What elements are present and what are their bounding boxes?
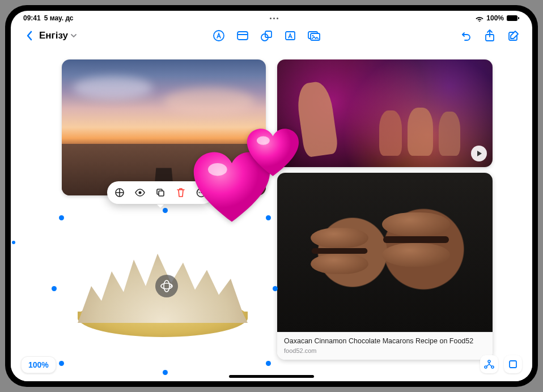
home-indicator[interactable] — [229, 375, 314, 378]
selection-handle[interactable] — [163, 208, 168, 213]
svg-rect-27 — [510, 361, 516, 368]
top-toolbar: Енгізу — [11, 23, 532, 48]
svg-point-24 — [488, 360, 490, 363]
play-icon[interactable] — [471, 146, 487, 161]
crop-icon[interactable] — [112, 185, 128, 201]
link-card-title: Oaxacan Cinnamon Chocolate Macarons Reci… — [284, 337, 486, 346]
svg-rect-3 — [237, 32, 248, 40]
insert-shape-icon[interactable] — [257, 27, 276, 45]
bottom-right-tools — [480, 355, 522, 373]
video-party[interactable] — [277, 59, 493, 167]
page-icon[interactable] — [504, 355, 522, 373]
status-bar: 09:41 5 мау. дс 100% — [11, 11, 532, 23]
svg-point-9 — [312, 35, 314, 37]
link-card-image — [277, 173, 493, 332]
markup-icon[interactable] — [209, 27, 228, 45]
copy-icon[interactable] — [152, 185, 168, 201]
svg-point-2 — [214, 31, 224, 41]
selection-handle[interactable] — [59, 215, 64, 220]
insert-text-icon[interactable] — [281, 27, 300, 45]
canvas[interactable]: Oaxacan Cinnamon Chocolate Macarons Reci… — [11, 48, 532, 381]
eye-icon[interactable] — [132, 185, 148, 201]
back-button[interactable] — [20, 27, 39, 45]
selection-toolbar-caret — [157, 204, 164, 208]
navigator-icon[interactable] — [480, 355, 498, 373]
link-card-meta: Oaxacan Cinnamon Chocolate Macarons Reci… — [277, 332, 493, 360]
svg-rect-1 — [518, 17, 519, 19]
delete-icon[interactable] — [173, 185, 189, 201]
zoom-text: 100% — [28, 360, 49, 369]
rotate-3d-icon[interactable] — [155, 275, 178, 297]
svg-point-23 — [164, 280, 169, 292]
battery-icon — [506, 15, 520, 22]
compose-icon[interactable] — [504, 27, 523, 45]
wifi-icon — [475, 15, 484, 22]
side-indicator — [12, 241, 15, 244]
svg-point-13 — [139, 191, 142, 194]
zoom-level[interactable]: 100% — [21, 356, 56, 373]
selection-handle[interactable] — [52, 286, 57, 291]
center-tools — [209, 27, 324, 45]
share-icon[interactable] — [480, 27, 499, 45]
svg-rect-0 — [507, 15, 517, 21]
undo-icon[interactable] — [456, 27, 476, 45]
link-card-macarons[interactable]: Oaxacan Cinnamon Chocolate Macarons Reci… — [277, 173, 493, 360]
selection-handle[interactable] — [273, 286, 278, 291]
multitask-dots[interactable] — [74, 18, 476, 19]
svg-rect-15 — [159, 191, 164, 196]
insert-media-icon[interactable] — [304, 27, 324, 45]
svg-point-20 — [208, 163, 227, 176]
battery-level: 100% — [486, 14, 504, 22]
selection-handle[interactable] — [163, 370, 168, 375]
link-card-domain: food52.com — [284, 347, 486, 354]
title-text: Енгізу — [39, 30, 68, 41]
right-tools — [456, 27, 523, 45]
selection-handle[interactable] — [266, 361, 271, 366]
document-title[interactable]: Енгізу — [39, 30, 77, 41]
status-right: 100% — [475, 14, 520, 22]
sticker-heart-small[interactable] — [246, 127, 300, 180]
screen: 09:41 5 мау. дс 100% Енгізу — [11, 11, 532, 381]
status-time: 09:41 — [23, 14, 41, 22]
selection-handle[interactable] — [59, 361, 64, 366]
ipad-device-frame: 09:41 5 мау. дс 100% Енгізу — [5, 5, 538, 387]
svg-point-21 — [257, 137, 270, 145]
status-left: 09:41 5 мау. дс — [23, 14, 74, 22]
status-date: 5 мау. дс — [44, 14, 74, 22]
chevron-down-icon — [70, 33, 77, 38]
insert-table-icon[interactable] — [233, 27, 252, 45]
